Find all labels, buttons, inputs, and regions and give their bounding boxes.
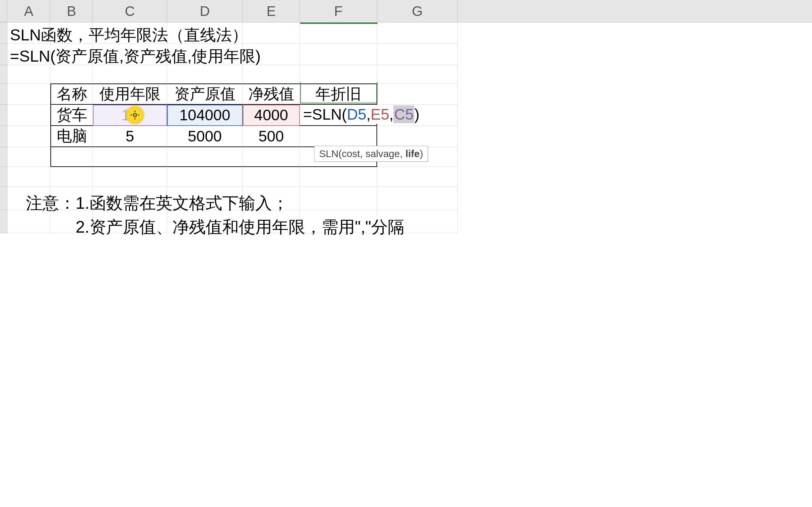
title-text: SLN函数，平均年限法（直线法） bbox=[10, 24, 248, 46]
cell-F4[interactable]: 年折旧 bbox=[300, 83, 377, 105]
formula-comma1: , bbox=[366, 105, 370, 123]
cell-C7[interactable] bbox=[93, 147, 167, 167]
cell-C6[interactable]: 5 bbox=[93, 126, 167, 147]
formula-input[interactable]: =SLN(D5,E5,C5) bbox=[303, 105, 420, 124]
row-header-7[interactable] bbox=[0, 147, 7, 167]
formula-ref-E5: E5 bbox=[370, 105, 389, 123]
row-header-1[interactable] bbox=[0, 22, 7, 44]
cell-D5[interactable]: 104000 bbox=[167, 105, 243, 126]
cell-E3[interactable] bbox=[243, 65, 300, 83]
cell-G4[interactable] bbox=[377, 83, 458, 105]
cell-B5[interactable]: 货车 bbox=[50, 105, 93, 126]
cursor-highlight-icon bbox=[126, 106, 144, 124]
cell-C8[interactable] bbox=[93, 167, 167, 187]
cell-E1[interactable] bbox=[243, 22, 300, 44]
formula-description-text: =SLN(资产原值,资产残值,使用年限) bbox=[10, 46, 261, 67]
cell-E7[interactable] bbox=[243, 147, 300, 167]
note-line-1: 注意：1.函数需在英文格式下输入； bbox=[26, 192, 289, 214]
col-header-E[interactable]: E bbox=[243, 0, 300, 22]
cell-F9[interactable] bbox=[300, 187, 377, 210]
cell-E5[interactable]: 4000 bbox=[243, 105, 300, 126]
tooltip-bold: life bbox=[405, 148, 420, 159]
col-header-D[interactable]: D bbox=[167, 0, 243, 22]
column-headers-row: A B C D E F G bbox=[0, 0, 812, 22]
col-header-G[interactable]: G bbox=[377, 0, 458, 22]
spreadsheet-viewport: A B C D E F G SLN函数，平均年限法（直线法） bbox=[0, 0, 812, 507]
row-header-3[interactable] bbox=[0, 65, 7, 83]
cell-B8[interactable] bbox=[50, 167, 93, 187]
cell-B6[interactable]: 电脑 bbox=[50, 126, 93, 147]
cell-A7[interactable] bbox=[7, 147, 50, 167]
row-6: 电脑 5 5000 500 bbox=[0, 126, 812, 147]
cell-G9[interactable] bbox=[377, 187, 458, 210]
row-header-6[interactable] bbox=[0, 126, 7, 147]
row-4: 名称 使用年限 资产原值 净残值 年折旧 bbox=[0, 83, 812, 105]
cell-F1[interactable] bbox=[300, 22, 377, 44]
cell-E6[interactable]: 500 bbox=[243, 126, 300, 147]
formula-ref-D5: D5 bbox=[347, 105, 366, 123]
cell-B7[interactable] bbox=[50, 147, 93, 167]
row-header-10[interactable] bbox=[0, 210, 7, 233]
note-line-2: 2.资产原值、净残值和使用年限，需用","分隔 bbox=[75, 216, 404, 238]
crosshair-icon bbox=[130, 110, 140, 120]
col-header-F[interactable]: F bbox=[300, 0, 377, 22]
cell-D7[interactable] bbox=[167, 147, 243, 167]
cell-B3[interactable] bbox=[50, 65, 93, 83]
formula-comma2: , bbox=[390, 105, 394, 123]
cell-E8[interactable] bbox=[243, 167, 300, 187]
tooltip-prefix: SLN(cost, salvage, bbox=[319, 148, 405, 159]
select-all-corner[interactable] bbox=[0, 0, 7, 22]
row-header-5[interactable] bbox=[0, 105, 7, 126]
row-3 bbox=[0, 65, 812, 83]
cell-A5[interactable] bbox=[7, 105, 50, 126]
function-tooltip: SLN(cost, salvage, life) bbox=[314, 146, 428, 162]
cell-G3[interactable] bbox=[377, 65, 458, 83]
cell-F6[interactable] bbox=[300, 126, 377, 147]
cell-A8[interactable] bbox=[7, 167, 50, 187]
cell-F8[interactable] bbox=[300, 167, 377, 187]
cell-D8[interactable] bbox=[167, 167, 243, 187]
cell-G2[interactable] bbox=[377, 44, 458, 65]
row-header-8[interactable] bbox=[0, 167, 7, 187]
svg-rect-0 bbox=[134, 114, 136, 116]
cell-E4[interactable]: 净残值 bbox=[243, 83, 300, 105]
cell-A4[interactable] bbox=[7, 83, 50, 105]
formula-close: ) bbox=[414, 105, 419, 123]
row-1: SLN函数，平均年限法（直线法） bbox=[0, 22, 812, 44]
cell-C4[interactable]: 使用年限 bbox=[93, 83, 167, 105]
cell-F2[interactable] bbox=[300, 44, 377, 65]
tooltip-suffix: ) bbox=[420, 148, 423, 159]
cell-D6[interactable]: 5000 bbox=[167, 126, 243, 147]
col-header-C[interactable]: C bbox=[93, 0, 167, 22]
cell-C3[interactable] bbox=[93, 65, 167, 83]
row-header-9[interactable] bbox=[0, 187, 7, 210]
col-header-A[interactable]: A bbox=[7, 0, 50, 22]
cell-F3[interactable] bbox=[300, 65, 377, 83]
cell-D4[interactable]: 资产原值 bbox=[167, 83, 243, 105]
formula-ref-C5: C5 bbox=[393, 105, 414, 123]
cell-A6[interactable] bbox=[7, 126, 50, 147]
row-header-4[interactable] bbox=[0, 83, 7, 105]
row-8 bbox=[0, 167, 812, 187]
row-2: =SLN(资产原值,资产残值,使用年限) bbox=[0, 44, 812, 65]
cell-G1[interactable] bbox=[377, 22, 458, 44]
cell-B4[interactable]: 名称 bbox=[50, 83, 93, 105]
cell-A3[interactable] bbox=[7, 65, 50, 83]
cell-G8[interactable] bbox=[377, 167, 458, 187]
cell-D3[interactable] bbox=[167, 65, 243, 83]
col-header-B[interactable]: B bbox=[50, 0, 93, 22]
cell-G6[interactable] bbox=[377, 126, 458, 147]
formula-prefix: =SLN( bbox=[303, 105, 347, 123]
row-header-2[interactable] bbox=[0, 44, 7, 65]
